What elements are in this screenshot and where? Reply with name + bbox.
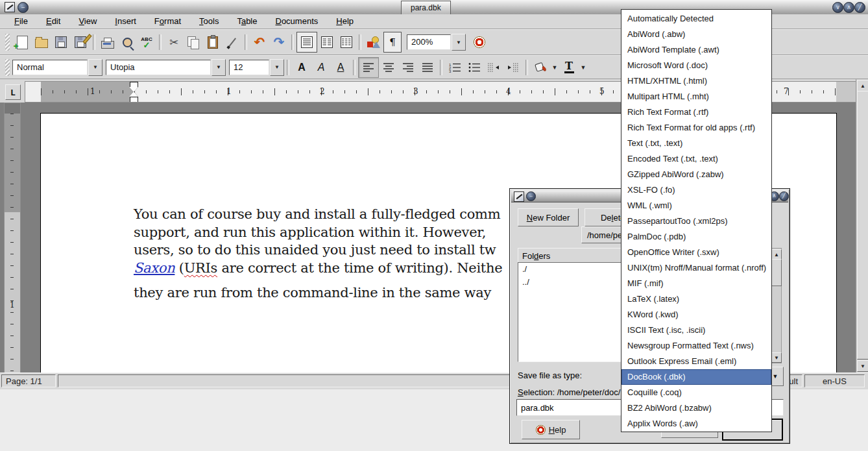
font-combo[interactable]: Utopia ▼: [106, 59, 226, 76]
vertical-scrollbar[interactable]: ▲ ▼: [856, 79, 868, 372]
toolbar-grip[interactable]: [5, 34, 10, 51]
file-format-option[interactable]: XSL-FO (.fo): [621, 182, 771, 198]
toolbar-grip[interactable]: [5, 59, 10, 76]
file-format-option[interactable]: Applix Words (.aw): [621, 416, 771, 432]
spellcheck-button[interactable]: ABC✓: [137, 32, 156, 52]
files-scroll-down-icon[interactable]: ▼: [771, 352, 782, 363]
highlight-color-button[interactable]: [531, 58, 550, 77]
file-format-option[interactable]: OpenOffice Writer (.sxw): [621, 245, 771, 260]
zoom-value[interactable]: 200%: [407, 34, 451, 50]
show-paragraphs-toggle[interactable]: ¶: [383, 32, 402, 53]
font-value[interactable]: Utopia: [106, 60, 211, 75]
file-format-option[interactable]: PalmDoc (.pdb): [621, 229, 771, 245]
menu-item[interactable]: Edit: [37, 15, 69, 28]
dialog-shade-icon[interactable]: –: [526, 191, 536, 201]
copy-button[interactable]: [184, 32, 203, 52]
numbered-list-button[interactable]: 123: [445, 58, 464, 77]
file-format-option[interactable]: HTML/XHTML (.html): [621, 73, 771, 89]
view-one-column-button[interactable]: [296, 32, 317, 53]
file-format-option[interactable]: Coquille (.coq): [621, 385, 771, 400]
view-three-columns-button[interactable]: [337, 32, 356, 52]
folders-column-header[interactable]: Folders: [518, 248, 632, 263]
bold-button[interactable]: A: [292, 58, 311, 77]
menu-item[interactable]: Help: [327, 15, 363, 28]
dialog-close-icon[interactable]: ╱: [779, 191, 789, 201]
cut-button[interactable]: ✂: [164, 32, 184, 52]
menu-item[interactable]: Tools: [190, 15, 228, 28]
maximize-icon[interactable]: ∧: [843, 2, 854, 13]
menu-item[interactable]: Documents: [267, 15, 328, 28]
file-format-option[interactable]: Text (.txt, .text): [621, 136, 771, 151]
minimize-icon[interactable]: ∨: [832, 2, 843, 13]
increase-indent-button[interactable]: [503, 58, 523, 77]
file-format-option[interactable]: Rich Text Format for old apps (.rtf): [621, 120, 771, 136]
file-format-option[interactable]: KWord (.kwd): [621, 307, 771, 323]
align-right-button[interactable]: [398, 58, 418, 77]
italic-button[interactable]: A: [311, 58, 331, 77]
file-format-option[interactable]: Automatically Detected: [621, 11, 771, 27]
menu-item[interactable]: Format: [145, 15, 190, 28]
open-button[interactable]: [32, 32, 51, 52]
font-color-dropdown-icon[interactable]: ▼: [579, 59, 588, 76]
file-format-option[interactable]: MIF (.mif): [621, 276, 771, 291]
style-value[interactable]: Normal: [12, 60, 88, 75]
indent-marker[interactable]: [129, 82, 138, 102]
menu-item[interactable]: View: [69, 15, 106, 28]
paste-button[interactable]: [203, 32, 223, 52]
undo-button[interactable]: ↶: [250, 32, 269, 52]
file-format-option[interactable]: Multipart HTML (.mht): [621, 89, 771, 104]
print-preview-button[interactable]: [117, 32, 137, 52]
file-format-option[interactable]: ISCII Text (.isc, .iscii): [621, 323, 771, 338]
align-justify-button[interactable]: [418, 58, 437, 77]
highlight-color-dropdown-icon[interactable]: ▼: [550, 59, 559, 76]
file-format-option[interactable]: LaTeX (.latex): [621, 291, 771, 307]
close-icon[interactable]: ╱: [854, 2, 865, 13]
menu-item[interactable]: Table: [228, 15, 266, 28]
insert-graphic-button[interactable]: [364, 32, 383, 52]
file-format-option[interactable]: GZipped AbiWord (.zabw): [621, 167, 771, 182]
file-format-option[interactable]: DocBook (.dbk): [621, 369, 771, 385]
folder-item[interactable]: ../: [518, 276, 627, 289]
tab-type-selector[interactable]: L: [5, 84, 21, 100]
stylus-button[interactable]: [223, 32, 242, 52]
style-combo[interactable]: Normal ▼: [12, 59, 102, 76]
zoom-dropdown-icon[interactable]: ▼: [452, 34, 466, 51]
hyperlink-saxon[interactable]: Saxon: [134, 260, 175, 276]
shade-window-icon[interactable]: –: [18, 2, 29, 13]
font-dropdown-icon[interactable]: ▼: [211, 59, 226, 76]
file-format-option[interactable]: Microsoft Word (.doc): [621, 58, 771, 73]
vertical-ruler[interactable]: 1: [4, 103, 21, 372]
scrollbar-thumb[interactable]: [857, 91, 868, 360]
menu-item[interactable]: Insert: [106, 15, 145, 28]
file-format-option[interactable]: Rich Text Format (.rtf): [621, 104, 771, 120]
save-button[interactable]: [51, 32, 71, 52]
size-combo[interactable]: 12 ▼: [229, 59, 284, 76]
status-language[interactable]: en-US: [804, 374, 865, 387]
file-format-option[interactable]: Outlook Express Email (.eml): [621, 354, 771, 369]
zoom-combo[interactable]: 200% ▼: [407, 34, 466, 51]
dialog-help-button[interactable]: Help: [522, 420, 580, 439]
file-format-option[interactable]: AbiWord (.abw): [621, 27, 771, 42]
font-color-button[interactable]: T: [559, 58, 579, 77]
file-format-option[interactable]: Newsgroup Formatted Text (.nws): [621, 338, 771, 354]
align-center-button[interactable]: [379, 58, 398, 77]
style-dropdown-icon[interactable]: ▼: [88, 59, 102, 76]
files-scroll-up-icon[interactable]: ▲: [771, 249, 782, 260]
folders-list[interactable]: ./../: [518, 262, 628, 362]
folder-item[interactable]: ./: [518, 263, 627, 276]
save-as-button[interactable]: [71, 32, 90, 52]
underline-button[interactable]: A: [331, 58, 350, 77]
file-format-option[interactable]: BZ2 AbiWord (.bzabw): [621, 400, 771, 416]
decrease-indent-button[interactable]: [484, 58, 503, 77]
new-document-button[interactable]: +: [12, 32, 32, 52]
print-button[interactable]: [98, 32, 117, 52]
file-format-option[interactable]: AbiWord Template (.awt): [621, 42, 771, 58]
file-format-option[interactable]: UNIX(tm) Nroff/Manual format (.nroff): [621, 260, 771, 276]
size-dropdown-icon[interactable]: ▼: [270, 59, 284, 76]
menu-item[interactable]: File: [5, 15, 37, 28]
help-button[interactable]: [470, 32, 489, 52]
align-left-button[interactable]: [358, 57, 379, 78]
new-folder-button[interactable]: New Folder: [518, 208, 579, 226]
scroll-up-icon[interactable]: ▲: [857, 80, 868, 91]
bulleted-list-button[interactable]: [464, 58, 484, 77]
